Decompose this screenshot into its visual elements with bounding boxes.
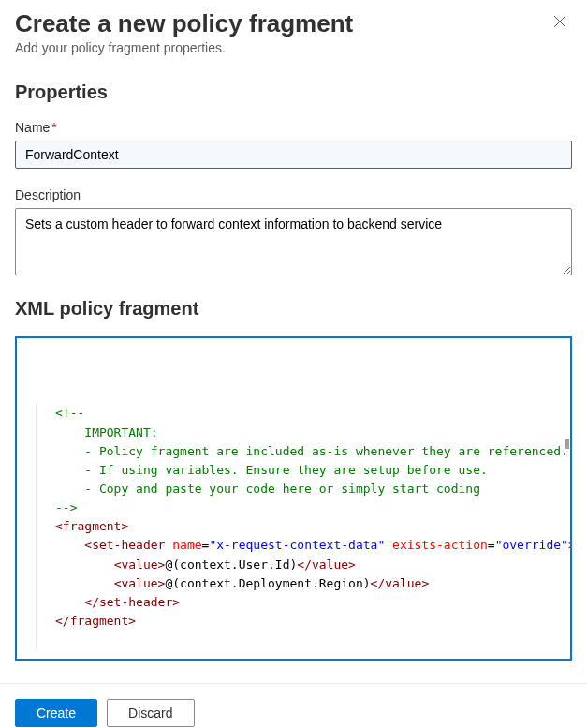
close-icon — [553, 15, 566, 28]
properties-heading: Properties — [15, 82, 572, 103]
code-line: - Policy fragment are included as-is whe… — [36, 442, 565, 461]
panel-body: Create a new policy fragment Add your po… — [0, 0, 587, 661]
code-line: <set-header name="x-request-context-data… — [36, 536, 565, 555]
name-label: Name* — [15, 120, 572, 135]
code-line: --> — [36, 498, 565, 517]
name-label-text: Name — [15, 120, 50, 135]
description-field: Description Sets a custom header to forw… — [15, 187, 572, 279]
xml-code-editor[interactable]: <!-- IMPORTANT: - Policy fragment are in… — [15, 336, 572, 661]
panel-subtitle: Add your policy fragment properties. — [15, 40, 572, 55]
code-line: <!-- — [36, 404, 565, 423]
code-line: <value>@(context.User.Id)</value> — [36, 556, 565, 574]
code-line: - If using variables. Ensure they are se… — [36, 461, 565, 480]
panel-footer: Create Discard — [0, 683, 587, 728]
code-line: <value>@(context.Deployment.Region)</val… — [36, 574, 565, 593]
name-field: Name* — [15, 120, 572, 169]
code-line — [36, 631, 565, 649]
code-line: </fragment> — [36, 612, 565, 631]
description-label: Description — [15, 187, 572, 202]
code-line: </set-header> — [36, 593, 565, 612]
name-input[interactable] — [15, 141, 572, 169]
panel-header: Create a new policy fragment — [15, 0, 572, 40]
required-indicator: * — [51, 120, 56, 135]
panel-title: Create a new policy fragment — [15, 9, 353, 38]
editor-scrollbar-marker — [565, 439, 569, 449]
code-line: <fragment> — [36, 517, 565, 536]
discard-button[interactable]: Discard — [107, 699, 194, 727]
xml-heading: XML policy fragment — [15, 298, 572, 319]
description-input[interactable]: Sets a custom header to forward context … — [15, 208, 572, 275]
close-button[interactable] — [548, 9, 572, 37]
code-line: - Copy and paste your code here or simpl… — [36, 480, 565, 498]
code-line: IMPORTANT: — [36, 423, 565, 442]
create-button[interactable]: Create — [15, 699, 97, 727]
